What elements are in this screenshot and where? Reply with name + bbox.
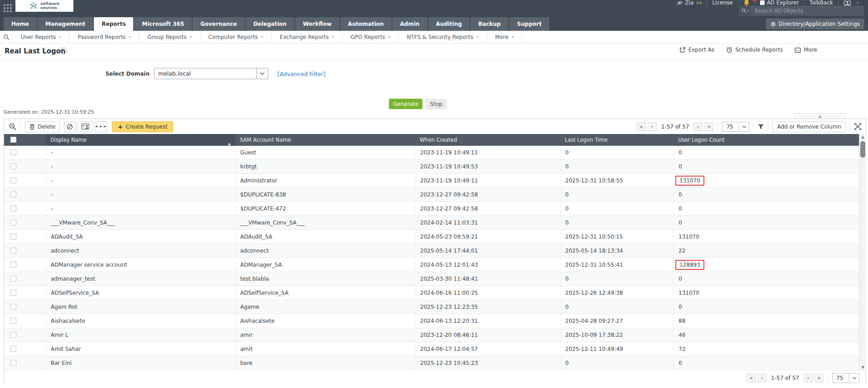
ad-explorer-link[interactable]: AD Explorer bbox=[755, 0, 804, 6]
row-checkbox[interactable] bbox=[10, 318, 16, 324]
row-checkbox[interactable] bbox=[10, 248, 16, 254]
tab-home[interactable]: Home bbox=[4, 17, 37, 31]
add-remove-column-button[interactable]: Add or Remove Column bbox=[772, 121, 846, 132]
expand-grid-button[interactable] bbox=[854, 123, 861, 130]
directory-application-settings-button[interactable]: ⚙ Directory/Application Settings bbox=[766, 19, 864, 29]
column-header-display-name[interactable]: Display Name ▲ bbox=[46, 134, 235, 146]
row-checkbox[interactable] bbox=[10, 276, 16, 282]
notifications-bell-icon[interactable] bbox=[738, 0, 755, 6]
scroll-up-icon[interactable]: ▲ bbox=[859, 134, 866, 140]
row-checkbox[interactable] bbox=[10, 192, 16, 197]
first-page-button[interactable]: « bbox=[637, 122, 646, 131]
column-header-when-created[interactable]: When Created bbox=[415, 134, 560, 146]
footer-page-size-select[interactable]: 75 bbox=[832, 373, 859, 383]
cell-display-name: - bbox=[46, 146, 235, 160]
export-as-button[interactable]: Export As bbox=[679, 47, 715, 53]
talkback-link[interactable]: TalkBack bbox=[805, 0, 838, 6]
subnav-ntfs-security-reports[interactable]: NTFS & Security Reports▾ bbox=[398, 31, 487, 43]
tab-governance[interactable]: Governance bbox=[193, 17, 244, 31]
last-page-button[interactable]: » bbox=[704, 122, 713, 131]
scroll-down-icon[interactable]: ▼ bbox=[859, 364, 866, 371]
subnav-computer-reports[interactable]: Computer Reports▾ bbox=[200, 31, 272, 43]
subnav-gpo-reports[interactable]: GPO Reports▾ bbox=[343, 31, 399, 43]
row-checkbox[interactable] bbox=[10, 290, 16, 296]
vertical-scrollbar[interactable]: ▲ ▼ bbox=[859, 134, 866, 371]
generate-button[interactable]: Generate bbox=[389, 99, 422, 109]
create-request-button[interactable]: + Create Request bbox=[112, 121, 173, 132]
table-header: Display Name ▲ SAM Account Name When Cre… bbox=[4, 134, 859, 146]
scrollbar-thumb[interactable] bbox=[860, 141, 865, 158]
cell-user-logon-count: 0 bbox=[679, 304, 682, 310]
row-checkbox[interactable] bbox=[10, 220, 16, 225]
tab-automation[interactable]: Automation bbox=[340, 17, 392, 31]
footer-next-page-button[interactable]: › bbox=[804, 374, 813, 383]
row-checkbox[interactable] bbox=[10, 262, 16, 268]
footer-first-page-button[interactable]: « bbox=[747, 374, 756, 383]
search-in-results-button[interactable] bbox=[9, 123, 16, 130]
subnav-exchange-reports[interactable]: Exchange Reports▾ bbox=[272, 31, 343, 43]
filter-button[interactable] bbox=[758, 124, 764, 129]
vendor-logo[interactable]: software sources bbox=[15, 0, 73, 12]
stop-button[interactable]: Stop bbox=[426, 99, 447, 109]
prev-page-button[interactable]: ‹ bbox=[648, 122, 657, 131]
tab-auditing[interactable]: Auditing bbox=[428, 17, 470, 31]
subnav-group-reports[interactable]: Group Reports▾ bbox=[139, 31, 200, 43]
cell-when-created: 2025-05-14 17:44:01 bbox=[415, 244, 560, 258]
tab-reports[interactable]: Reports bbox=[94, 17, 133, 31]
row-checkbox[interactable] bbox=[10, 234, 16, 240]
cell-sam-account-name: bare bbox=[235, 356, 415, 370]
zia-link[interactable]: Zia ++ bbox=[672, 0, 707, 6]
column-header-last-logon-time[interactable]: Last Logon Time bbox=[560, 134, 674, 146]
cell-sam-account-name: krbtgt bbox=[235, 160, 415, 174]
table-row: Aishacalsete Aishacalsete 2024-06-13 12:… bbox=[4, 314, 859, 328]
cell-sam-account-name: ADSelfService_SA bbox=[235, 286, 415, 300]
tab-delegation[interactable]: Delegation bbox=[246, 17, 295, 31]
search-scope-button[interactable]: ▾ bbox=[739, 6, 751, 15]
footer-prev-page-button[interactable]: ‹ bbox=[757, 374, 766, 383]
cell-when-created: 2023-12-27 09:42:58 bbox=[415, 202, 560, 216]
cell-when-created: 2023-12-27 09:42:58 bbox=[415, 188, 560, 202]
cell-sam-account-name: Agame bbox=[235, 300, 415, 314]
subnav-user-reports[interactable]: User Reports▾ bbox=[13, 31, 69, 43]
column-header-user-logon-count[interactable]: User Logon Count bbox=[674, 134, 859, 146]
tab-support[interactable]: Support bbox=[509, 17, 549, 31]
tab-management[interactable]: Management bbox=[38, 17, 93, 31]
tab-workflow[interactable]: Workflow bbox=[295, 17, 339, 31]
license-link[interactable]: License bbox=[707, 0, 737, 6]
row-checkbox[interactable] bbox=[10, 206, 16, 211]
row-checkbox[interactable] bbox=[10, 346, 16, 352]
row-checkbox[interactable] bbox=[10, 304, 16, 310]
disable-accounts-button[interactable] bbox=[64, 121, 76, 132]
search-input[interactable] bbox=[751, 6, 863, 15]
next-page-button[interactable]: › bbox=[693, 122, 703, 131]
tab-backup[interactable]: Backup bbox=[470, 17, 508, 31]
schedule-reports-button[interactable]: Schedule Reports bbox=[726, 47, 783, 53]
row-checkbox[interactable] bbox=[10, 149, 16, 155]
cell-last-logon-time: 0 bbox=[560, 202, 674, 216]
more-tools-button[interactable]: ••• bbox=[95, 121, 107, 132]
row-checkbox[interactable] bbox=[10, 332, 16, 338]
domain-select[interactable]: melab.local bbox=[154, 68, 268, 79]
subnav-password-reports[interactable]: Password Reports▾ bbox=[69, 31, 139, 43]
search-icon bbox=[3, 34, 10, 40]
row-checkbox[interactable] bbox=[10, 163, 16, 169]
cell-when-created: 2024-05-13 12:01:43 bbox=[415, 258, 560, 272]
help-icon[interactable]: ? bbox=[60, 48, 67, 54]
more-actions-button[interactable]: More bbox=[795, 47, 817, 53]
app-grid-icon[interactable] bbox=[3, 4, 13, 14]
user-card-button[interactable] bbox=[78, 121, 93, 132]
advanced-filter-link[interactable]: [Advanced Filter] bbox=[277, 71, 325, 77]
report-search-button[interactable] bbox=[0, 31, 13, 43]
column-header-sam-account-name[interactable]: SAM Account Name bbox=[235, 134, 415, 146]
page-size-select[interactable]: 75 bbox=[722, 122, 749, 132]
delete-button[interactable]: Delete bbox=[25, 121, 60, 132]
select-all-checkbox[interactable] bbox=[10, 137, 16, 143]
app-grid-icon-svg bbox=[3, 4, 13, 14]
tab-admin[interactable]: Admin bbox=[393, 17, 427, 31]
tab-microsoft-365[interactable]: Microsoft 365 bbox=[134, 17, 192, 31]
footer-last-page-button[interactable]: » bbox=[815, 374, 824, 383]
row-checkbox[interactable] bbox=[10, 177, 16, 183]
row-checkbox[interactable] bbox=[10, 360, 16, 366]
subnav-more[interactable]: More▾ bbox=[487, 31, 522, 43]
cell-display-name: - bbox=[46, 160, 235, 174]
